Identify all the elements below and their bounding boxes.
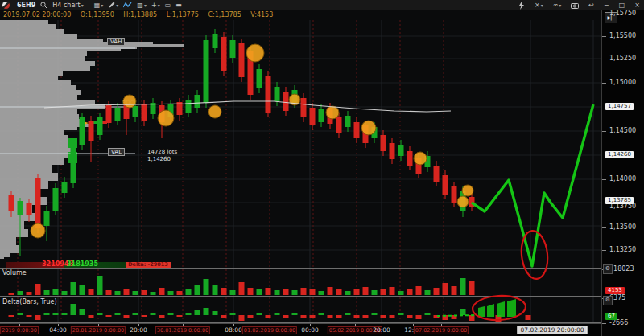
delta-pane-label: Delta(Bars, True) <box>2 298 57 305</box>
vah-label: VAH <box>107 38 125 46</box>
panel-layout-button[interactable]: ▦▾ <box>94 1 104 10</box>
price-badge: 1,14260 <box>605 151 634 158</box>
minimize-button[interactable]: − <box>604 1 609 10</box>
price-axis-label: 1,15500 <box>609 32 636 39</box>
close-button[interactable]: × <box>634 1 640 10</box>
candle <box>71 143 76 183</box>
drawn-delta-block[interactable] <box>507 299 516 317</box>
volume-bar <box>97 276 103 295</box>
price-axis-tick <box>602 59 606 59</box>
delta-bar <box>372 313 378 315</box>
volume-pane-label: Volume <box>2 269 27 277</box>
delta-bar <box>257 313 262 315</box>
candle <box>115 108 121 121</box>
candle <box>283 92 289 111</box>
delta-bar <box>425 313 431 315</box>
price-badge: 1,13785 <box>605 197 634 204</box>
signal-bubble <box>31 223 45 238</box>
candle <box>469 197 475 207</box>
candle <box>336 117 342 133</box>
price-axis[interactable]: ▶▏ 1,157501,155001,152501,150001,145001,… <box>601 10 644 336</box>
candle <box>230 40 236 58</box>
poc-label: POC <box>122 100 134 106</box>
candle <box>381 135 386 151</box>
volume-bar <box>266 288 271 295</box>
volume-bar <box>177 291 183 295</box>
bar-high: H:1,13885 <box>123 11 157 18</box>
delta-bar <box>239 315 245 321</box>
price-axis-label: 1,13500 <box>609 223 636 231</box>
candle <box>97 117 103 135</box>
maximize-button[interactable]: □ <box>619 1 625 10</box>
candle <box>35 178 41 228</box>
volume-bar <box>18 291 23 295</box>
pane-settings-gear-icon[interactable]: ⚙ <box>603 296 613 305</box>
candle <box>204 40 209 103</box>
pane-settings-gear-icon[interactable]: ⚙ <box>603 264 613 274</box>
delta-bar <box>177 315 183 317</box>
chart-canvas[interactable] <box>0 20 601 323</box>
candle <box>239 43 245 77</box>
time-axis-label: 20:00 <box>373 326 390 334</box>
timeframe-button[interactable]: H4 chart▾ <box>52 1 83 10</box>
delta-bar <box>186 313 192 315</box>
candle <box>257 69 262 88</box>
clear-drawings-button[interactable]: ×▾ <box>535 1 543 10</box>
buy-volume-value: 3181935 <box>67 261 98 268</box>
volume-bar <box>469 281 475 295</box>
price-axis-label: 1,13250 <box>609 246 636 253</box>
price-axis-tick <box>602 250 606 251</box>
filled-rectangle-tool-icon[interactable]: ▬ <box>175 1 182 10</box>
price-axis-tick <box>602 227 606 228</box>
undo-icon[interactable]: ↩ <box>588 1 594 10</box>
rectangle-tool-icon[interactable]: ▭ <box>165 1 171 10</box>
price-axis-label: -2666 <box>609 319 628 326</box>
value-area-lots: 14728 lots <box>147 149 177 156</box>
candle <box>62 182 68 193</box>
delta-bar <box>27 315 32 317</box>
volume-bar <box>9 293 14 295</box>
volume-bar <box>142 290 147 295</box>
delta-bar <box>460 309 466 315</box>
volume-bar <box>53 289 59 295</box>
delta-bar <box>168 313 174 315</box>
price-axis-label: 1,15750 <box>609 10 636 17</box>
delta-bar <box>526 315 531 320</box>
volume-bar <box>275 290 280 295</box>
time-axis-label: 2019 0:00:00 <box>0 326 39 334</box>
delta-bar <box>124 315 130 318</box>
volume-bar <box>35 284 41 295</box>
time-axis-label: 04:00 <box>49 326 67 334</box>
time-axis[interactable]: 2019 0:00:0004:0028.01.2019 0:00:0020:00… <box>0 323 601 336</box>
chart-type-button[interactable]: ▥▾ <box>137 1 147 10</box>
delta-bar <box>115 313 121 315</box>
draw-pencil-button[interactable]: ▾ <box>108 1 118 10</box>
candle <box>27 203 32 215</box>
timeframe-label: H4 chart <box>52 1 80 10</box>
candle <box>213 34 218 48</box>
toolbar: 6EH9 H4 chart▾ ▦▾ ▾ ▥▾ +▾ ▭ ▬ ×▾ ∞▾ ↩ − <box>0 0 644 11</box>
volume-bar <box>230 290 236 295</box>
camera-icon[interactable] <box>571 2 579 9</box>
delta-bar <box>275 313 280 315</box>
price-axis-label: 1,15250 <box>609 55 636 62</box>
drawn-delta-block[interactable] <box>497 301 505 317</box>
candle <box>266 76 271 113</box>
candle <box>275 87 280 101</box>
bar-low: L:1,13775 <box>167 11 199 18</box>
volume-bar <box>363 287 369 295</box>
delta-bar <box>381 315 386 318</box>
drawn-delta-block[interactable] <box>478 306 485 317</box>
value-area-stats: 14728 lots 1,14260 <box>147 149 177 163</box>
volume-bar <box>27 292 32 295</box>
instrument-symbol[interactable]: 6EH9 <box>17 1 35 10</box>
link-button[interactable]: ∞▾ <box>553 1 562 10</box>
indicator-button[interactable] <box>123 2 132 9</box>
app-logo-icon[interactable] <box>2 2 10 9</box>
lightning-icon[interactable] <box>518 2 525 10</box>
crosshair-button[interactable]: +▾ <box>151 1 160 10</box>
volume-bar <box>151 292 156 295</box>
search-icon[interactable] <box>40 2 47 9</box>
volume-bar <box>390 287 395 295</box>
volume-bar <box>186 289 192 295</box>
